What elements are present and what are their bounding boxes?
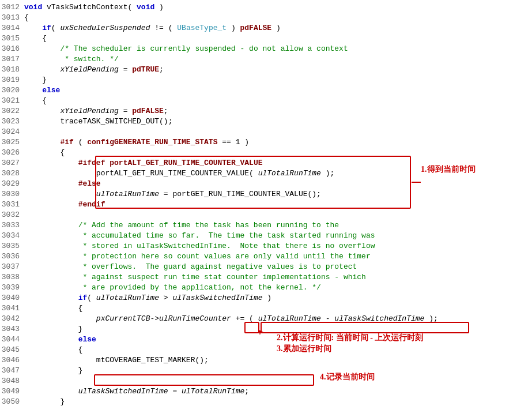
line-number: 3014 (0, 23, 24, 33)
line-number: 3044 (0, 334, 24, 345)
line-number: 3043 (0, 324, 24, 334)
line-number: 3046 (0, 355, 24, 366)
line-content: { (24, 13, 532, 23)
table-row: 3041 { (0, 303, 532, 314)
table-row: 3044 else (0, 334, 532, 345)
line-content: { (24, 33, 532, 44)
annotation-1: 1.得到当前时间 (421, 164, 476, 175)
line-number: 3021 (0, 96, 24, 106)
line-number: 3018 (0, 65, 24, 75)
line-number: 3042 (0, 314, 24, 324)
line-number: 3045 (0, 345, 24, 355)
line-content: /* Add the amount of time the task has b… (24, 220, 532, 231)
table-row: 3046 mtCOVERAGE_TEST_MARKER(); (0, 355, 532, 366)
table-row: 3037 * overflows. The guard against nega… (0, 262, 532, 272)
table-row: 3016 /* The scheduler is currently suspe… (0, 44, 532, 54)
table-row: 3025 #if ( configGENERATE_RUN_TIME_STATS… (0, 137, 532, 148)
line-number: 3024 (0, 127, 24, 137)
table-row: 3014 if( uxSchedulerSuspended != ( UBase… (0, 23, 532, 33)
table-row: 3013{ (0, 13, 532, 23)
highlight-box-1 (95, 156, 411, 209)
line-number: 3028 (0, 168, 24, 179)
line-content: void vTaskSwitchContext( void ) (24, 2, 532, 13)
line-number: 3030 (0, 189, 24, 200)
line-number: 3017 (0, 54, 24, 65)
line-number: 3023 (0, 116, 24, 127)
line-number: 3047 (0, 366, 24, 376)
line-content: * switch. */ (24, 54, 532, 65)
line-number: 3036 (0, 251, 24, 262)
table-row: 3024 (0, 127, 532, 137)
line-content: * protection here so count values are on… (24, 251, 532, 262)
line-number: 3012 (0, 2, 24, 13)
table-row: 3020 else (0, 85, 532, 96)
line-content: { (24, 96, 532, 106)
line-content: * accumulated time so far. The time the … (24, 231, 532, 241)
table-row: 3045 { (0, 345, 532, 355)
line-content: * stored in ulTaskSwitchedInTime. Note t… (24, 241, 532, 251)
table-row: 3012void vTaskSwitchContext( void ) (0, 2, 532, 13)
table-row: 3032 (0, 210, 532, 220)
line-content: * are provided by the application, not t… (24, 283, 532, 293)
line-content: /* The scheduler is currently suspended … (24, 44, 532, 54)
table-row: 3034 * accumulated time so far. The time… (0, 231, 532, 241)
line-number: 3027 (0, 158, 24, 168)
line-number: 3038 (0, 272, 24, 283)
line-number: 3050 (0, 397, 24, 406)
line-number: 3022 (0, 106, 24, 116)
table-row: 3033 /* Add the amount of time the task … (0, 220, 532, 231)
table-row: 3018 xYieldPending = pdTRUE; (0, 65, 532, 75)
line-number: 3049 (0, 386, 24, 397)
annotation-2: 2.计算运行时间: 当前时间 - 上次运行时刻 (277, 333, 423, 343)
line-number: 3020 (0, 85, 24, 96)
annotation-4: 4.记录当前时间 (320, 372, 375, 382)
line-content: } (24, 75, 532, 85)
line-number: 3034 (0, 231, 24, 241)
line-number: 3016 (0, 44, 24, 54)
line-number: 3032 (0, 210, 24, 220)
line-content: { (24, 303, 532, 314)
table-row: 3023 traceTASK_SWITCHED_OUT(); (0, 116, 532, 127)
table-row: 3021 { (0, 96, 532, 106)
line-content: #if ( configGENERATE_RUN_TIME_STATS == 1… (24, 137, 532, 148)
line-number: 3040 (0, 293, 24, 303)
line-content: * overflows. The guard against negative … (24, 262, 532, 272)
line-number: 3029 (0, 179, 24, 189)
line-content: mtCOVERAGE_TEST_MARKER(); (24, 355, 532, 366)
line-content: } (24, 397, 532, 406)
annotation-3: 3.累加运行时间 (277, 344, 331, 354)
table-row: 3049 ulTaskSwitchedInTime = ulTotalRunTi… (0, 386, 532, 397)
table-row: 3050 } (0, 397, 532, 406)
line-number: 3026 (0, 148, 24, 158)
line-number: 3039 (0, 283, 24, 293)
line-content: if( uxSchedulerSuspended != ( UBaseType_… (24, 23, 532, 33)
line-content: else (24, 85, 532, 96)
table-row: 3036 * protection here so count values a… (0, 251, 532, 262)
line-number: 3041 (0, 303, 24, 314)
table-row: 3019 } (0, 75, 532, 85)
line-number: 3031 (0, 200, 24, 210)
line-content: xYieldPending = pdTRUE; (24, 65, 532, 75)
table-row: 3017 * switch. */ (0, 54, 532, 65)
code-viewer: 3012void vTaskSwitchContext( void )3013{… (0, 0, 532, 406)
highlight-box-3 (261, 322, 469, 333)
line-number: 3035 (0, 241, 24, 251)
table-row: 3022 xYieldPending = pdFALSE; (0, 106, 532, 116)
line-number: 3033 (0, 220, 24, 231)
table-row: 3039 * are provided by the application, … (0, 283, 532, 293)
table-row: 3015 { (0, 33, 532, 44)
line-content: * against suspect run time stat counter … (24, 272, 532, 283)
table-row: 3035 * stored in ulTaskSwitchedInTime. N… (0, 241, 532, 251)
line-number: 3015 (0, 33, 24, 44)
line-number: 3013 (0, 13, 24, 23)
line-number: 3025 (0, 137, 24, 148)
line-content: ulTaskSwitchedInTime = ulTotalRunTime; (24, 386, 532, 397)
line-number: 3019 (0, 75, 24, 85)
highlight-box-4 (94, 374, 314, 386)
line-content: traceTASK_SWITCHED_OUT(); (24, 116, 532, 127)
line-content: if( ulTotalRunTime > ulTaskSwitchedInTim… (24, 293, 532, 303)
line-content: xYieldPending = pdFALSE; (24, 106, 532, 116)
table-row: 3038 * against suspect run time stat cou… (0, 272, 532, 283)
annotation-line-1 (412, 182, 421, 183)
table-row: 3040 if( ulTotalRunTime > ulTaskSwitched… (0, 293, 532, 303)
